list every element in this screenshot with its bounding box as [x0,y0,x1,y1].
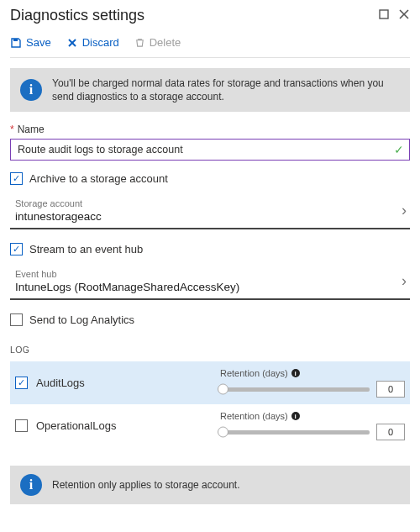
close-icon[interactable] [398,8,410,23]
footer-info-banner: i Retention only applies to storage acco… [10,466,410,504]
name-label-text: Name [18,124,45,135]
log-row-auditlogs[interactable]: ✓ AuditLogs Retention (days) i 0 [10,361,410,404]
info-icon[interactable]: i [291,412,300,420]
auditlogs-name: AuditLogs [36,377,212,389]
chevron-right-icon: › [402,272,407,290]
name-label: * Name [10,124,410,135]
info-icon[interactable]: i [291,369,300,377]
slider-thumb-icon[interactable] [218,427,228,438]
footer-info-text: Retention only applies to storage accoun… [52,478,239,492]
log-analytics-label: Send to Log Analytics [29,313,134,326]
pin-icon[interactable] [378,8,390,23]
info-icon: i [20,474,42,496]
page-title: Diagnostics settings [10,7,144,24]
discard-icon [66,37,78,49]
storage-account-label: Storage account [15,198,102,208]
operationallogs-retention-slider[interactable] [220,430,370,435]
auditlogs-retention-value[interactable]: 0 [376,381,405,398]
stream-label: Stream to an event hub [29,243,143,255]
retention-label: Retention (days) [220,368,288,378]
storage-account-value: intunestorageacc [15,210,102,223]
operationallogs-checkbox[interactable]: ✓ [15,419,28,432]
log-section-header: LOG [10,345,410,355]
storage-account-selector[interactable]: Storage account intunestorageacc › [10,193,410,229]
event-hub-label: Event hub [15,269,239,279]
valid-check-icon: ✓ [394,143,404,156]
auditlogs-checkbox[interactable]: ✓ [15,377,28,389]
event-hub-selector[interactable]: Event hub IntuneLogs (RootManageSharedAc… [10,264,410,300]
info-icon: i [20,79,42,101]
archive-label: Archive to a storage account [29,172,168,185]
delete-icon [134,37,145,48]
retention-label: Retention (days) [220,411,288,421]
event-hub-value: IntuneLogs (RootManageSharedAccessKey) [15,281,239,293]
slider-thumb-icon[interactable] [218,384,228,395]
info-banner-text: You'll be charged normal data rates for … [52,76,400,103]
delete-label: Delete [150,36,181,49]
save-icon [10,37,22,49]
auditlogs-retention-slider[interactable] [220,387,370,392]
discard-label: Discard [82,36,119,49]
archive-checkbox[interactable]: ✓ [10,172,23,185]
log-analytics-checkbox[interactable]: ✓ [10,313,23,326]
stream-checkbox[interactable]: ✓ [10,243,23,255]
delete-button: Delete [134,36,181,49]
discard-button[interactable]: Discard [66,36,119,49]
svg-rect-3 [13,39,18,41]
operationallogs-retention-value[interactable]: 0 [376,424,405,440]
log-row-operationallogs[interactable]: ✓ OperationalLogs Retention (days) i 0 [10,404,410,447]
required-star-icon: * [10,124,14,135]
save-button[interactable]: Save [10,36,51,49]
info-banner: i You'll be charged normal data rates fo… [10,68,410,112]
name-field-wrapper[interactable]: ✓ [10,139,410,161]
operationallogs-name: OperationalLogs [36,419,212,432]
chevron-right-icon: › [402,202,407,219]
name-input[interactable] [16,143,394,156]
svg-rect-0 [380,10,388,18]
toolbar: Save Discard Delete [10,31,410,58]
save-label: Save [26,36,51,49]
